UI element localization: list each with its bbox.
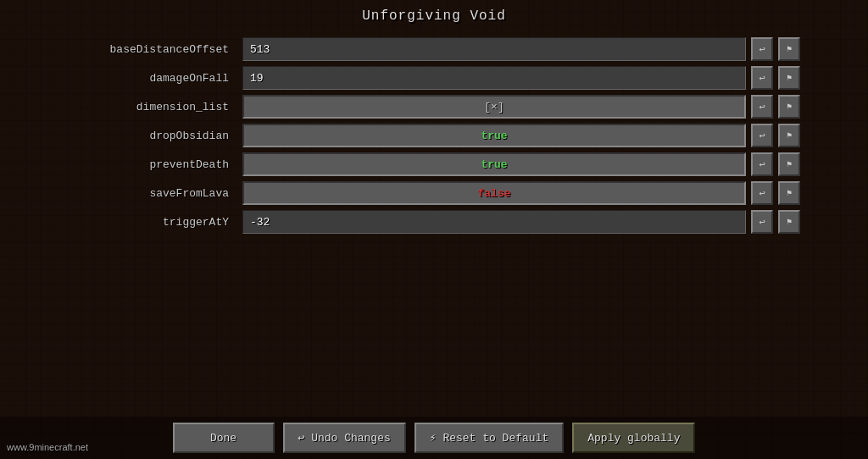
flag-btn-triggerAtY[interactable]: ⚑ (778, 210, 800, 234)
config-row: dropObsidiantrue↩⚑ (68, 122, 800, 149)
flag-btn-baseDistanceOffset[interactable]: ⚑ (778, 37, 800, 61)
flag-btn-preventDeath[interactable]: ⚑ (778, 152, 800, 176)
config-row: preventDeathtrue↩⚑ (68, 151, 800, 178)
value-preventDeath[interactable]: true (242, 152, 746, 176)
label-damageOnFall: damageOnFall (68, 72, 237, 85)
done-button[interactable]: Done (173, 423, 275, 453)
label-triggerAtY: triggerAtY (68, 216, 237, 229)
config-row: dimension_list[×]↩⚑ (68, 93, 800, 120)
watermark: www.9minecraft.net (7, 442, 88, 452)
reset-btn-baseDistanceOffset[interactable]: ↩ (751, 37, 773, 61)
flag-btn-dimension_list[interactable]: ⚑ (778, 95, 800, 119)
label-saveFromLava: saveFromLava (68, 187, 237, 200)
reset-btn-damageOnFall[interactable]: ↩ (751, 66, 773, 90)
flag-btn-damageOnFall[interactable]: ⚑ (778, 66, 800, 90)
reset-btn-preventDeath[interactable]: ↩ (751, 152, 773, 176)
config-row: triggerAtY-32↩⚑ (68, 208, 800, 235)
reset-to-default-button[interactable]: ⚡ Reset to Default (415, 423, 564, 453)
title-bar: Unforgiving Void (0, 0, 868, 29)
label-dimension_list: dimension_list (68, 101, 237, 113)
label-baseDistanceOffset: baseDistanceOffset (68, 43, 237, 56)
flag-btn-saveFromLava[interactable]: ⚑ (778, 181, 800, 205)
value-saveFromLava[interactable]: false (242, 181, 746, 205)
label-dropObsidian: dropObsidian (68, 130, 237, 142)
value-damageOnFall[interactable]: 19 (242, 66, 746, 90)
page-title: Unforgiving Void (362, 8, 506, 24)
undo-changes-button[interactable]: ↩ Undo Changes (283, 423, 406, 453)
reset-btn-triggerAtY[interactable]: ↩ (751, 210, 773, 234)
apply-globally-button[interactable]: Apply globally (572, 423, 695, 453)
flag-btn-dropObsidian[interactable]: ⚑ (778, 124, 800, 147)
content-area: baseDistanceOffset513↩⚑damageOnFall19↩⚑d… (0, 29, 868, 242)
reset-btn-saveFromLava[interactable]: ↩ (751, 181, 773, 205)
config-row: baseDistanceOffset513↩⚑ (68, 36, 800, 63)
value-baseDistanceOffset[interactable]: 513 (242, 37, 746, 61)
reset-btn-dimension_list[interactable]: ↩ (751, 95, 773, 119)
reset-btn-dropObsidian[interactable]: ↩ (751, 124, 773, 147)
config-row: saveFromLavafalse↩⚑ (68, 180, 800, 207)
label-preventDeath: preventDeath (68, 158, 237, 171)
value-dropObsidian[interactable]: true (242, 124, 746, 147)
value-triggerAtY[interactable]: -32 (242, 210, 746, 234)
config-row: damageOnFall19↩⚑ (68, 64, 800, 91)
value-dimension_list[interactable]: [×] (242, 95, 746, 119)
footer: Done ↩ Undo Changes ⚡ Reset to Default A… (0, 417, 868, 459)
